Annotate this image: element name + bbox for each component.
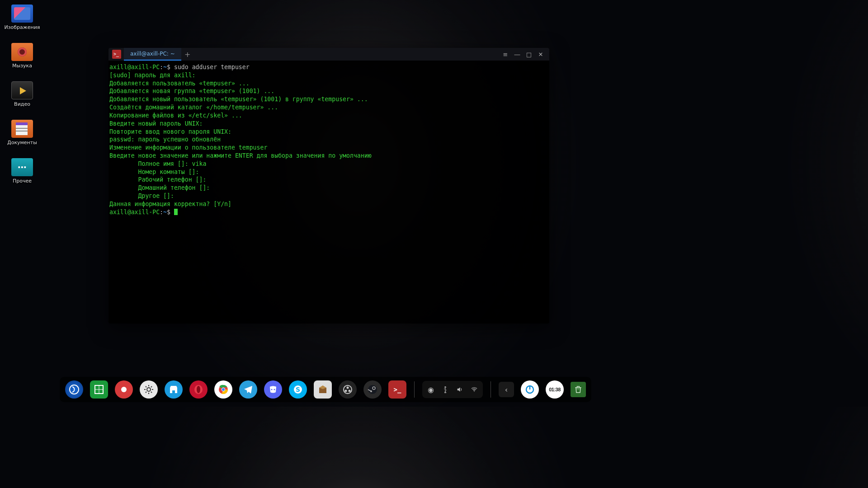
dock: S >_ ◉ ‹ 01:38 xyxy=(60,377,591,402)
terminal-tab-title: axill@axill-PC: ~ xyxy=(130,51,175,57)
svg-point-19 xyxy=(349,390,351,392)
terminal-app-icon xyxy=(112,50,121,59)
svg-point-11 xyxy=(222,388,225,391)
dock-steam-button[interactable] xyxy=(363,380,382,399)
spreadsheet-icon xyxy=(94,384,104,395)
dock-clock[interactable]: 01:38 xyxy=(546,380,564,399)
terminal-window: axill@axill-PC: ~ + ≡ ― □ ✕ axill@axill-… xyxy=(108,48,549,324)
svg-rect-6 xyxy=(172,390,175,393)
obs-icon xyxy=(342,384,353,395)
new-tab-button[interactable]: + xyxy=(181,48,194,61)
dock-skype-button[interactable]: S xyxy=(289,380,307,399)
desktop-icons: Изображения Мызука Видео Документы Проче… xyxy=(5,5,40,184)
dock-terminal-button[interactable]: >_ xyxy=(388,380,406,399)
dock-wps-button[interactable] xyxy=(90,380,108,399)
system-tray: ◉ xyxy=(422,381,483,398)
dock-settings-button[interactable] xyxy=(140,380,158,399)
desktop-icon-video[interactable]: Видео xyxy=(5,81,40,107)
desktop-icon-label: Прочее xyxy=(13,178,32,184)
dock-chrome-button[interactable] xyxy=(214,380,232,399)
desktop-icon-label: Мызука xyxy=(12,63,32,69)
usb-icon xyxy=(442,386,449,393)
svg-point-13 xyxy=(274,389,275,390)
terminal-tab[interactable]: axill@axill-PC: ~ xyxy=(124,48,181,61)
tray-volume-icon[interactable] xyxy=(453,383,467,396)
clock-time: 01:38 xyxy=(549,387,561,392)
dock-separator xyxy=(414,381,415,398)
dock-obs-button[interactable] xyxy=(339,380,357,399)
tray-collapse-button[interactable]: ‹ xyxy=(499,382,514,397)
svg-point-20 xyxy=(368,385,377,394)
hamburger-menu-button[interactable]: ≡ xyxy=(500,48,511,60)
deepin-logo-icon xyxy=(69,384,80,395)
svg-point-4 xyxy=(121,387,127,392)
svg-point-24 xyxy=(474,391,475,392)
tray-wifi-icon[interactable] xyxy=(467,383,481,396)
folder-documents-icon xyxy=(11,120,33,138)
desktop-icon-documents[interactable]: Документы xyxy=(5,120,40,145)
terminal-titlebar[interactable]: axill@axill-PC: ~ + ≡ ― □ ✕ xyxy=(108,48,549,61)
discord-icon xyxy=(268,384,278,395)
telegram-icon xyxy=(243,384,254,395)
desktop-icon-pictures[interactable]: Изображения xyxy=(5,5,40,30)
svg-point-18 xyxy=(345,390,347,392)
steam-icon xyxy=(367,384,378,395)
skype-icon: S xyxy=(292,384,303,395)
desktop-icon-label: Документы xyxy=(7,140,37,145)
maximize-button[interactable]: □ xyxy=(523,48,535,60)
folder-video-icon xyxy=(11,81,33,99)
dock-appstore-button[interactable] xyxy=(165,380,183,399)
record-icon xyxy=(118,384,129,395)
svg-text:S: S xyxy=(296,386,300,393)
power-icon xyxy=(524,384,535,395)
gear-icon xyxy=(143,384,154,395)
volume-icon xyxy=(456,386,463,393)
dock-separator xyxy=(491,381,491,398)
desktop-icon-label: Видео xyxy=(14,101,30,107)
dock-trash-button[interactable] xyxy=(571,382,586,397)
wifi-icon xyxy=(471,386,478,393)
folder-other-icon xyxy=(11,158,33,176)
terminal-icon: >_ xyxy=(394,386,401,393)
folder-music-icon xyxy=(11,43,33,61)
svg-point-5 xyxy=(147,388,151,391)
opera-icon xyxy=(193,384,204,395)
folder-pictures-icon xyxy=(11,5,33,23)
dock-opera-button[interactable] xyxy=(189,380,208,399)
dock-power-button[interactable] xyxy=(521,380,539,399)
dock-launcher-button[interactable] xyxy=(65,380,83,399)
svg-point-17 xyxy=(347,387,349,389)
minimize-button[interactable]: ― xyxy=(511,48,523,60)
store-icon xyxy=(168,384,179,395)
dock-package-manager-button[interactable] xyxy=(314,380,332,399)
svg-point-12 xyxy=(271,389,273,390)
dock-telegram-button[interactable] xyxy=(239,380,257,399)
dock-discord-button[interactable] xyxy=(264,380,282,399)
svg-point-8 xyxy=(197,386,200,393)
close-button[interactable]: ✕ xyxy=(535,48,547,60)
trash-icon xyxy=(574,385,583,394)
terminal-body[interactable]: axill@axill-PC:~$ sudo adduser tempuser[… xyxy=(108,61,549,324)
package-icon xyxy=(317,384,328,395)
tray-app-indicator[interactable]: ◉ xyxy=(424,383,438,396)
desktop-icon-label: Изображения xyxy=(5,24,40,30)
desktop-icon-other[interactable]: Прочее xyxy=(5,158,40,184)
tray-usb-icon[interactable] xyxy=(439,383,452,396)
chrome-icon xyxy=(218,384,229,395)
dock-screenrecorder-button[interactable] xyxy=(115,380,133,399)
desktop-icon-music[interactable]: Мызука xyxy=(5,43,40,69)
